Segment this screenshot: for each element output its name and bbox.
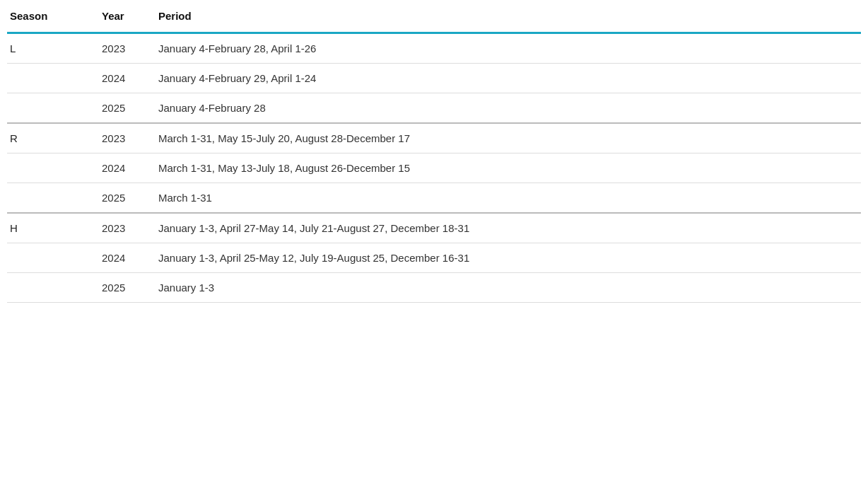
table-row: L2023January 4-February 28, April 1-26 bbox=[7, 33, 861, 64]
season-cell bbox=[7, 154, 99, 183]
period-cell: January 4-February 28 bbox=[156, 93, 861, 124]
table-row: 2025March 1-31 bbox=[7, 183, 861, 214]
header-season: Season bbox=[7, 0, 99, 33]
period-cell: January 1-3 bbox=[156, 273, 861, 303]
year-cell: 2024 bbox=[99, 154, 156, 183]
season-cell bbox=[7, 64, 99, 93]
season-cell bbox=[7, 183, 99, 214]
year-cell: 2023 bbox=[99, 33, 156, 64]
season-cell: L bbox=[7, 33, 99, 64]
header-period: Period bbox=[156, 0, 861, 33]
seasons-table: Season Year Period L2023January 4-Februa… bbox=[7, 0, 861, 303]
header-row: Season Year Period bbox=[7, 0, 861, 33]
year-cell: 2024 bbox=[99, 243, 156, 273]
main-container: Season Year Period L2023January 4-Februa… bbox=[0, 0, 868, 498]
season-cell bbox=[7, 93, 99, 124]
table-row: H2023January 1-3, April 27-May 14, July … bbox=[7, 213, 861, 243]
year-cell: 2025 bbox=[99, 273, 156, 303]
table-row: 2025January 4-February 28 bbox=[7, 93, 861, 124]
year-cell: 2024 bbox=[99, 64, 156, 93]
header-year: Year bbox=[99, 0, 156, 33]
season-cell bbox=[7, 243, 99, 273]
year-cell: 2025 bbox=[99, 93, 156, 124]
season-cell: H bbox=[7, 213, 99, 243]
period-cell: March 1-31 bbox=[156, 183, 861, 214]
year-cell: 2023 bbox=[99, 123, 156, 154]
season-cell bbox=[7, 273, 99, 303]
season-cell: R bbox=[7, 123, 99, 154]
year-cell: 2025 bbox=[99, 183, 156, 214]
period-cell: March 1-31, May 15-July 20, August 28-De… bbox=[156, 123, 861, 154]
table-row: 2024March 1-31, May 13-July 18, August 2… bbox=[7, 154, 861, 183]
table-row: 2024January 4-February 29, April 1-24 bbox=[7, 64, 861, 93]
period-cell: January 1-3, April 27-May 14, July 21-Au… bbox=[156, 213, 861, 243]
table-row: 2024January 1-3, April 25-May 12, July 1… bbox=[7, 243, 861, 273]
table-row: R2023March 1-31, May 15-July 20, August … bbox=[7, 123, 861, 154]
period-cell: January 4-February 28, April 1-26 bbox=[156, 33, 861, 64]
table-row: 2025January 1-3 bbox=[7, 273, 861, 303]
year-cell: 2023 bbox=[99, 213, 156, 243]
period-cell: January 4-February 29, April 1-24 bbox=[156, 64, 861, 93]
period-cell: January 1-3, April 25-May 12, July 19-Au… bbox=[156, 243, 861, 273]
period-cell: March 1-31, May 13-July 18, August 26-De… bbox=[156, 154, 861, 183]
